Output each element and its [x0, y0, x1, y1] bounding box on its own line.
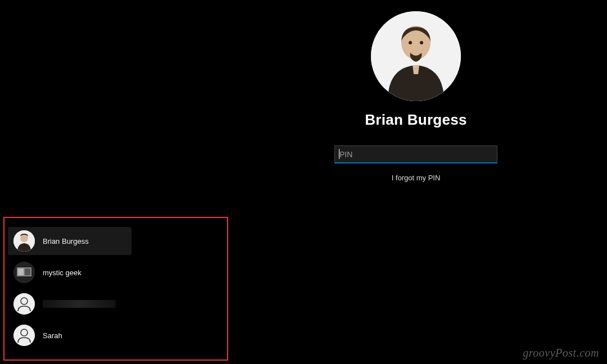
user-item-label: Sarah: [43, 331, 62, 340]
login-panel: Brian Burgess I forgot my PIN: [275, 11, 556, 182]
person-photo-icon: [371, 11, 461, 101]
pin-input-wrapper: [334, 145, 497, 163]
avatar: [13, 325, 35, 346]
user-switcher-panel: Brian Burgess mystic geek: [3, 217, 228, 361]
avatar: [13, 293, 35, 315]
pin-input[interactable]: [334, 145, 497, 163]
user-switch-item-redacted[interactable]: [8, 290, 132, 318]
watermark-text: groovyPost.com: [523, 347, 599, 360]
svg-point-5: [20, 234, 28, 242]
person-icon: [13, 325, 35, 346]
user-switch-item-mystic[interactable]: mystic geek: [8, 258, 132, 286]
svg-rect-8: [18, 269, 24, 275]
text-cursor: [339, 149, 339, 159]
user-display-name: Brian Burgess: [365, 111, 467, 129]
svg-rect-9: [25, 269, 30, 275]
user-item-label: Brian Burgess: [43, 237, 89, 245]
svg-point-10: [13, 293, 35, 315]
person-icon: [13, 293, 35, 315]
avatar: [13, 262, 35, 283]
user-avatar-large: [371, 11, 461, 101]
svg-point-2: [409, 41, 412, 44]
user-switch-item-sarah[interactable]: Sarah: [8, 321, 132, 349]
svg-point-3: [420, 41, 423, 44]
forgot-pin-link[interactable]: I forgot my PIN: [392, 174, 441, 182]
avatar: [13, 230, 35, 252]
svg-point-12: [13, 325, 35, 346]
redacted-label: [43, 300, 116, 308]
user-item-label: mystic geek: [43, 269, 81, 277]
person-photo-icon: [13, 230, 35, 252]
user-switch-item-brian[interactable]: Brian Burgess: [8, 227, 132, 255]
photo-icon: [13, 262, 35, 283]
